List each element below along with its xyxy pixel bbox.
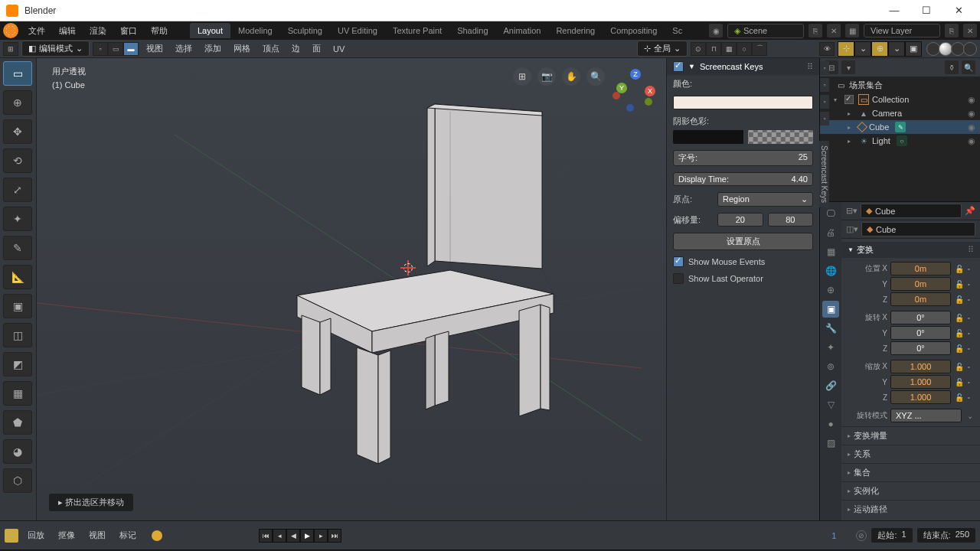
viewlayer-new-button[interactable]: ⎘ [945,24,959,37]
menu-help[interactable]: 帮助 [144,25,175,37]
outliner-filter-icon[interactable]: ⚱ [945,60,959,74]
workspace-uvediting[interactable]: UV Editing [330,23,385,38]
hmenu-face[interactable]: 面 [308,41,325,56]
screencast-enable-checkbox[interactable] [673,61,684,72]
outliner-item-cube[interactable]: ▸Cube ✎ ◉ [820,120,980,134]
color-swatch[interactable] [673,96,813,109]
blender-icon[interactable] [3,23,18,38]
sidebar-tab-view[interactable]: ▫ [820,95,829,109]
loc-z-field[interactable]: 0m [890,292,951,306]
outliner-search-icon[interactable]: 🔍 [962,60,975,74]
loc-y-field[interactable]: 0m [890,277,951,291]
scale-y-lock[interactable]: 🔓 [954,378,965,386]
workspace-rendering[interactable]: Rendering [548,23,603,38]
viewlayer-icon[interactable]: ▦ [845,24,859,37]
prop-tab-modifiers[interactable]: 🔧 [822,320,839,337]
keyframe-prev[interactable]: ◂ [273,529,286,543]
shading-rendered[interactable] [963,42,977,56]
prop-tab-data[interactable]: ▽ [822,396,839,413]
menu-file[interactable]: 文件 [21,25,52,37]
tool-inset[interactable]: ◫ [3,323,32,347]
workspace-animation[interactable]: Animation [496,23,549,38]
mode-dropdown[interactable]: ◧编辑模式⌄ [21,41,90,57]
workspace-layout[interactable]: Layout [190,23,230,38]
snap-icon[interactable]: ⊓ [706,42,721,56]
gizmo-opts[interactable]: ⌄ [854,41,871,57]
play-reverse[interactable]: ◀ [286,529,300,543]
tool-scale[interactable]: ⤢ [3,178,32,202]
cube-visibility[interactable]: ◉ [968,122,975,132]
scale-x-field[interactable]: 1.000 [890,360,951,373]
outliner-item-camera[interactable]: ▸▲Camera ◉ [820,106,980,120]
viewlayer-delete-button[interactable]: ✕ [963,24,977,37]
nav-gizmo[interactable]: Z Y X [612,69,655,112]
scene-delete-button[interactable]: ✕ [827,24,841,37]
tl-keying[interactable]: 抠像 [54,530,80,541]
collection-visibility[interactable]: ◉ [968,95,975,105]
prop-tab-viewlayer[interactable]: ▦ [822,243,839,260]
tl-view[interactable]: 视图 [84,530,110,541]
tool-measure[interactable]: 📐 [3,265,32,289]
keyframe-next[interactable]: ▸ [314,529,328,543]
3d-viewport[interactable]: 用户透视 (1) Cube [37,58,666,520]
tool-annotate[interactable]: ✎ [3,236,32,260]
tool-spin[interactable]: ⬡ [3,468,32,493]
menu-edit[interactable]: 编辑 [52,25,83,37]
hmenu-select[interactable]: 选择 [171,41,197,56]
tool-extrude[interactable]: ▣ [3,294,32,318]
jump-end[interactable]: ⏭ [328,529,341,543]
section-collections[interactable]: ▸集合 [841,463,980,481]
pin-icon[interactable]: 📌 [965,206,975,216]
outliner-collection[interactable]: ▾▭Collection ◉ [820,93,980,106]
prop-tab-particles[interactable]: ✦ [822,339,839,356]
origin-dropdown[interactable]: Region⌄ [717,192,813,207]
autokey-button[interactable] [152,530,162,541]
rotmode-dropdown[interactable]: XYZ ... [890,409,962,422]
displaytime-field[interactable]: Display Time:4.40 [673,172,813,186]
hmenu-uv[interactable]: UV [328,43,349,55]
object-name-field[interactable]: ◆Cube [861,204,962,218]
preview-range-icon[interactable]: ⊘ [856,530,867,541]
prop-tab-render[interactable]: 🖵 [822,205,839,222]
tool-polybuild[interactable]: ◕ [3,439,32,464]
fontsize-field[interactable]: 字号:25 [673,150,813,166]
orientation-dropdown[interactable]: ⊹全局⌄ [637,41,688,57]
pivot-icon[interactable]: ⊙ [691,42,706,56]
sidebar-tab-item[interactable]: ▫ [820,61,829,75]
panel-screencast-keys-header[interactable]: ▼ Screencast Keys ⠿ [667,58,819,75]
select-face-mode[interactable]: ▬ [123,42,139,56]
viewlayer-selector[interactable]: View Layer [864,24,940,37]
hmenu-mesh[interactable]: 网格 [229,41,255,56]
select-edge-mode[interactable]: ▭ [108,42,123,56]
rot-x-field[interactable]: 0° [890,311,951,324]
workspace-sculpting[interactable]: Sculpting [280,23,330,38]
loc-z-lock[interactable]: 🔓 [954,295,965,304]
set-origin-button[interactable]: 设置原点 [673,233,813,250]
prop-tab-constraints[interactable]: 🔗 [822,377,839,394]
end-frame-field[interactable]: 结束点:250 [917,528,975,543]
last-operator-panel[interactable]: 挤出选区并移动 [49,494,133,511]
minimize-button[interactable]: — [879,0,910,21]
editor-type-icon[interactable]: ⊞ [3,42,18,56]
axis-neg-y[interactable] [645,98,652,106]
sidebar-tab-screencast[interactable]: Screencast Keys [819,141,829,207]
workspace-modeling[interactable]: Modeling [230,23,280,38]
hmenu-vertex[interactable]: 顶点 [258,41,284,56]
tool-transform[interactable]: ✦ [3,207,32,231]
offset-x-field[interactable]: 20 [717,213,763,227]
gizmo-toggle[interactable]: ⊹ [838,41,854,57]
loc-y-lock[interactable]: 🔓 [954,280,965,289]
nav-zoom-icon[interactable]: 🔍 [586,67,605,86]
workspace-compositing[interactable]: Compositing [603,23,665,38]
outliner-scene-collection[interactable]: ▾▭场景集合 [820,78,980,93]
axis-x-icon[interactable]: X [645,86,655,96]
show-mouse-checkbox[interactable] [673,256,684,267]
rot-y-lock[interactable]: 🔓 [954,329,965,337]
scale-z-lock[interactable]: 🔓 [954,393,965,402]
nav-hand-icon[interactable]: ✋ [562,67,580,86]
nav-grid-icon[interactable]: ⊞ [513,67,531,86]
timeline-editor-icon[interactable] [5,529,18,543]
loc-x-field[interactable]: 0m [890,262,951,276]
play-forward[interactable]: ▶ [300,529,314,543]
outliner-display-icon[interactable]: ▾ [841,60,855,74]
